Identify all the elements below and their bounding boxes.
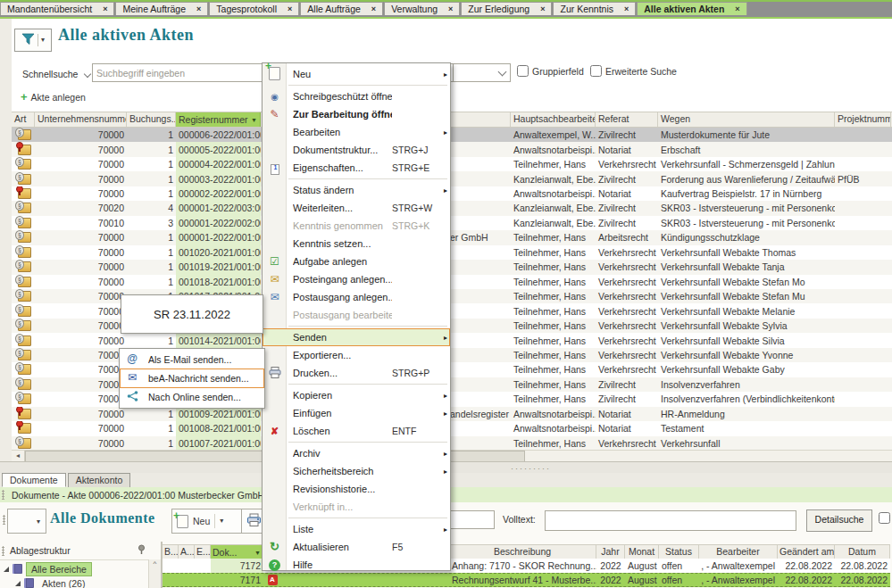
document-search-input[interactable] xyxy=(445,510,495,529)
close-icon[interactable]: × xyxy=(448,4,453,13)
table-row[interactable]: 700001000003-2022/001:00Kanzleianwalt, E… xyxy=(12,171,892,186)
column-header-Referat[interactable]: Referat xyxy=(596,112,658,127)
table-row[interactable]: 700001001008-2021/001:00Anwaltsnotarbeis… xyxy=(12,421,892,435)
column-header-Registernummer[interactable]: Registernummer▼ xyxy=(176,112,261,127)
doc-column-header-Beschreibung[interactable]: Beschreibung xyxy=(449,545,596,559)
menu-item-neu[interactable]: Neu▸ xyxy=(263,65,450,83)
column-header-Unternehmensnummer[interactable]: Unternehmensnummer xyxy=(35,112,127,127)
column-header-Buchungs...[interactable]: Buchungs... xyxy=(127,112,176,127)
table-row[interactable]: 700001001009-2021/001:00andelsregisterAn… xyxy=(12,407,892,421)
doc-column-header-Monat[interactable]: Monat xyxy=(625,545,659,559)
menu-item-posteingang-anlegen-[interactable]: ✉Posteingang anlegen... xyxy=(263,270,450,288)
filter-button[interactable]: ▾ xyxy=(14,29,52,52)
menu-item-drucken-[interactable]: Drucken...STRG+P xyxy=(263,364,450,382)
menu-item-exportieren-[interactable]: Exportieren... xyxy=(263,346,450,364)
search-scope-combo[interactable] xyxy=(453,63,511,82)
close-icon[interactable]: × xyxy=(103,4,107,13)
doc-column-header-Jahr[interactable]: Jahr xyxy=(596,545,625,559)
documents-filter-dropdown[interactable]: ▾ xyxy=(7,509,46,534)
close-icon[interactable]: × xyxy=(540,4,545,13)
menu-item-postausgang-anlegen-[interactable]: ✉Postausgang anlegen... xyxy=(263,288,450,306)
table-row[interactable]: 700204000001-2022/003:00Kanzleianwalt, E… xyxy=(12,201,892,215)
table-row[interactable]: 700001000004-2022/001:00Teilnehmer, Hans… xyxy=(12,157,892,171)
tab-1[interactable]: Mandantenübersicht× xyxy=(0,2,114,15)
toolbar-grip[interactable] xyxy=(3,515,5,525)
menu-item-bearbeiten[interactable]: Bearbeiten▸ xyxy=(263,123,450,141)
quick-search-label[interactable]: Schnellsuche xyxy=(22,69,90,79)
menu-item-kenntnis-setzen-[interactable]: Kenntnis setzen... xyxy=(263,235,450,253)
table-row[interactable]: 700001001007-2021/001:00Teilnehmer, Hans… xyxy=(12,436,892,451)
doc-column-header-Dok...[interactable]: Dok...▼ xyxy=(211,545,263,559)
menu-item-verknüpft-in-[interactable]: Verknüpft in... xyxy=(263,498,450,516)
submenu-item-nach-online-senden-[interactable]: Nach Online senden... xyxy=(120,388,264,407)
menu-item-schreibgeschützt-öffnen[interactable]: ◉Schreibgeschützt öffnen xyxy=(263,87,450,105)
tree-item-alle-bereiche[interactable]: Alle Bereiche xyxy=(4,562,92,576)
table-row[interactable]: 700001001018-2021/001:00Teilnehmer, Hans… xyxy=(12,275,892,289)
tree-scrollbar[interactable]: ^ xyxy=(148,559,161,588)
tab-2[interactable]: Meine Aufträge× xyxy=(115,2,208,15)
doc-column-header-Datum[interactable]: Datum xyxy=(835,545,890,559)
tab-6[interactable]: Zur Erledigung× xyxy=(461,2,552,15)
tab-8[interactable]: Alle aktiven Akten× xyxy=(637,2,746,15)
menu-item-postausgang-bearbeiten[interactable]: Postausgang bearbeiten xyxy=(263,306,450,324)
tab-3[interactable]: Tagesprotokoll× xyxy=(209,2,299,15)
doc-column-header-Geändert am[interactable]: Geändert am xyxy=(778,545,835,559)
doc-column-header-Bearbeiter[interactable]: Bearbeiter xyxy=(699,545,778,559)
table-row[interactable]: 700001001019-2021/001:00Teilnehmer, Hans… xyxy=(12,260,892,274)
tree-item-akten-26-[interactable]: Akten (26) xyxy=(15,576,89,588)
tab-5[interactable]: Verwaltung× xyxy=(384,2,460,15)
close-icon[interactable]: × xyxy=(371,4,376,13)
tree-expander-icon[interactable] xyxy=(15,581,21,586)
table-row[interactable]: 700001000006-2022/001:00Anwaltexempel, W… xyxy=(12,128,892,142)
menu-item-hilfe[interactable]: ?Hilfe xyxy=(263,556,450,574)
bottom-tab-dokumente[interactable]: Dokumente xyxy=(2,473,66,487)
menu-item-status-ändern[interactable]: Status ändern▸ xyxy=(263,181,450,199)
table-row[interactable]: 700001001020-2021/001:00Teilnehmer, Hans… xyxy=(12,245,892,260)
table-row[interactable]: 700001000002-2022/001:00Anwaltsnotarbeis… xyxy=(12,186,892,201)
erweiterte-suche-checkbox[interactable] xyxy=(590,65,602,77)
column-header-Wegen[interactable]: Wegen xyxy=(658,112,835,127)
menu-item-aktualisieren[interactable]: ↻AktualisierenF5 xyxy=(263,538,450,556)
panel-grip[interactable] xyxy=(2,546,4,556)
close-icon[interactable]: × xyxy=(624,4,629,13)
volltext-input[interactable] xyxy=(545,510,796,531)
pin-icon[interactable] xyxy=(137,544,146,557)
menu-item-revisionshistorie-[interactable]: Revisionshistorie... xyxy=(263,480,450,498)
column-header-Projektnummer[interactable]: Projektnummer xyxy=(835,112,891,127)
doc-column-header-B...[interactable]: B... xyxy=(163,545,179,559)
gruppierfeld-checkbox[interactable] xyxy=(517,65,529,77)
close-icon[interactable]: × xyxy=(288,4,292,13)
menu-item-liste[interactable]: Liste▸ xyxy=(263,520,450,538)
menu-item-kopieren[interactable]: Kopieren▸ xyxy=(263,386,450,404)
document-row[interactable]: 7171ARechnungsentwurf 41 - Musterbe...20… xyxy=(163,573,890,587)
table-row[interactable]: 700001001014-2021/001:00Teilnehmer, Hans… xyxy=(12,333,892,347)
bottom-tab-aktenkonto[interactable]: Aktenkonto xyxy=(68,473,131,487)
close-icon[interactable]: × xyxy=(196,4,201,13)
column-header-Art[interactable]: Art xyxy=(12,112,35,127)
menu-item-löschen[interactable]: ✘LöschenENTF xyxy=(263,422,450,440)
table-row[interactable]: 700103000001-2022/002:00Kanzleianwalt, E… xyxy=(12,216,892,230)
menu-item-dokumentstruktur-[interactable]: Dokumentstruktur...STRG+J xyxy=(263,141,450,159)
menu-item-kenntnis-genommen[interactable]: Kenntnis genommenSTRG+K xyxy=(263,217,450,235)
splitter-grip[interactable]: ········· xyxy=(511,464,551,473)
submenu-item-als-e-mail-senden-[interactable]: @Als E-Mail senden... xyxy=(120,350,264,369)
submenu-item-bea-nachricht-senden-[interactable]: ✉beA-Nachricht senden... xyxy=(120,369,264,387)
menu-item-einfügen[interactable]: Einfügen▸ xyxy=(263,404,450,422)
detailsuche-button[interactable]: Detailsuche xyxy=(806,509,872,532)
tab-4[interactable]: Alle Aufträge× xyxy=(300,2,383,15)
menu-item-eigenschaften-[interactable]: 1Eigenschaften...STRG+E xyxy=(263,159,450,177)
create-akte-link[interactable]: + Akte anlegen xyxy=(21,92,86,103)
toolbar-checkbox[interactable] xyxy=(879,512,890,524)
doc-column-header-E...[interactable]: E... xyxy=(195,545,211,559)
table-row[interactable]: 700001000005-2022/001:00Anwaltsnotarbeis… xyxy=(12,142,892,156)
close-icon[interactable]: × xyxy=(735,4,739,13)
column-header-Hauptsachbearbeiter[interactable]: Hauptsachbearbeiter xyxy=(511,112,596,127)
menu-item-aufgabe-anlegen[interactable]: ☑Aufgabe anlegen xyxy=(263,253,450,270)
tab-7[interactable]: Zur Kenntnis× xyxy=(553,2,636,15)
horizontal-scrollbar[interactable]: ◂ xyxy=(12,450,892,462)
doc-column-header-A...[interactable]: A... xyxy=(179,545,195,559)
new-document-button[interactable]: Neu ▾ xyxy=(171,509,245,534)
doc-column-header-Status[interactable]: Status xyxy=(659,545,699,559)
menu-item-senden[interactable]: Senden▸ xyxy=(263,328,450,346)
menu-item-archiv[interactable]: Archiv▸ xyxy=(263,444,450,462)
